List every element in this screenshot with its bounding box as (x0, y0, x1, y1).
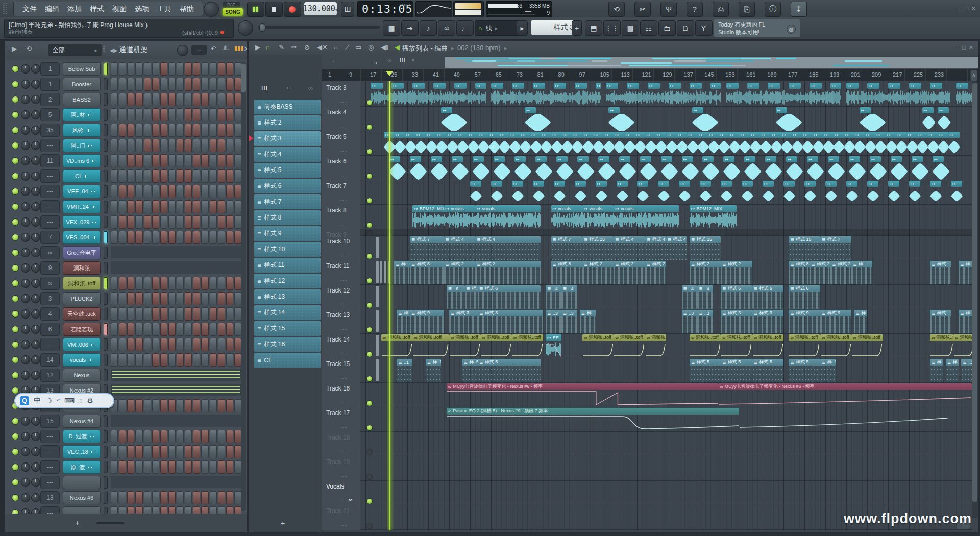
step-button[interactable] (119, 124, 126, 137)
main-volume-knob[interactable] (204, 2, 219, 17)
audio-clip-tab[interactable]: ↦ (655, 132, 667, 138)
menu-item-添加[interactable]: 添加 (64, 3, 85, 16)
step-button[interactable] (160, 353, 167, 367)
pattern-clip-header[interactable]: ≣样式 2 (614, 261, 645, 267)
audio-clip[interactable]: ↦BPM12..MIX. (690, 205, 737, 229)
audio-clip-tab[interactable]: ↦ (627, 83, 639, 89)
impact-audio-clip[interactable]: ↦ (473, 156, 489, 180)
audio-clip-tab[interactable]: ↦ (807, 156, 818, 162)
track-options-dots[interactable]: ··· (340, 523, 347, 528)
step-button[interactable] (185, 62, 192, 76)
ime-punctuation-icon[interactable]: °' (57, 398, 60, 404)
step-button[interactable] (234, 307, 241, 321)
step-button[interactable] (111, 292, 118, 305)
automation-clip-header[interactable]: ∞洞和弦..toff (512, 334, 543, 341)
step-button[interactable] (111, 200, 118, 213)
step-button[interactable] (185, 430, 192, 443)
bpm-display[interactable]: 130.000⇅ (304, 2, 337, 15)
channel-button[interactable]: Nexus #6 (63, 491, 101, 504)
cpu-memory-panel[interactable]: 53 3358 MB 9 (486, 1, 552, 17)
automation-clip[interactable]: ∞洞和弦..toff (582, 334, 614, 358)
step-button[interactable] (218, 399, 225, 412)
track-name[interactable]: Track 7 (326, 182, 347, 189)
audio-clip[interactable]: ↦vocals (551, 205, 582, 229)
pattern-item-17[interactable]: ≣CI (254, 353, 321, 368)
step-button[interactable] (177, 200, 184, 213)
step-button[interactable] (119, 93, 126, 106)
slip-tool-icon[interactable]: ↔ (332, 43, 339, 51)
step-button[interactable] (185, 307, 192, 321)
step-button[interactable] (119, 154, 126, 167)
step-button[interactable] (111, 445, 118, 458)
audio-clip-tab[interactable]: ↦ (792, 132, 803, 138)
mixer-track-number[interactable]: 35 (40, 124, 60, 137)
step-button[interactable] (234, 399, 241, 412)
pattern-item-9[interactable]: ≣样式 9 (254, 226, 321, 241)
step-button[interactable] (152, 338, 159, 351)
channel-button[interactable]: 洞和弦..toff (63, 277, 101, 290)
step-button[interactable] (144, 200, 151, 213)
step-button[interactable] (210, 62, 217, 76)
menu-item-编辑[interactable]: 编辑 (41, 3, 63, 16)
automation-clip[interactable]: ∞MCyy电音旋律电子频变化 - Nexus #6 - 频率 (447, 383, 718, 407)
pattern-clip[interactable]: ≣样式 7 (410, 236, 444, 260)
step-button[interactable] (168, 399, 176, 412)
step-button[interactable] (193, 185, 200, 198)
step-button[interactable] (160, 185, 167, 198)
audio-clip-tab[interactable]: ↦ (710, 83, 721, 89)
mixer-track-number[interactable]: --- (40, 169, 60, 183)
channel-led[interactable] (12, 372, 19, 379)
automation-clip[interactable]: ∞洞和弦..toff (449, 334, 480, 358)
pattern-clip-header[interactable]: ≣样式 7 (551, 236, 582, 243)
pattern-clip-header[interactable]: ≣样式 2 (645, 261, 666, 267)
step-button[interactable] (152, 491, 159, 504)
audio-clip-tab[interactable]: ↦ (514, 156, 526, 162)
pattern-clip-header[interactable]: ≣样式 2 (475, 261, 541, 267)
step-button[interactable] (119, 307, 126, 321)
impact-audio-clip[interactable]: ↦ (608, 107, 634, 131)
impact-audio-clip[interactable]: ↦ (912, 156, 928, 180)
audio-clip-tab[interactable]: ↦ (938, 132, 949, 138)
track-options-dots[interactable]: ··· (340, 198, 347, 203)
pause-button[interactable] (247, 2, 264, 17)
channel-selector[interactable] (104, 293, 108, 305)
audio-clip-tab[interactable]: ↦ (765, 156, 776, 162)
mixer-track-number[interactable]: 6 (40, 323, 60, 336)
mixer-track-number[interactable]: 7 (40, 231, 60, 244)
pattern-clip-header[interactable]: ≣..3 (546, 310, 561, 316)
track-name[interactable]: Track 10 (326, 238, 350, 245)
pattern-clip-header[interactable]: ≣样式 3 (721, 310, 752, 316)
step-button[interactable] (201, 353, 208, 367)
track-name[interactable]: Track 21 (326, 507, 350, 515)
step-button[interactable] (193, 78, 200, 91)
save-as-button[interactable]: ⎘ (739, 2, 755, 17)
step-button[interactable] (119, 139, 126, 152)
picker-add-button[interactable]: + (281, 519, 285, 527)
audio-clip-tab[interactable]: ↦ (729, 132, 740, 138)
step-button[interactable] (111, 215, 118, 229)
step-button[interactable] (193, 491, 200, 504)
channel-button[interactable]: 若隐若现 (63, 323, 101, 336)
channel-led[interactable] (12, 96, 19, 103)
audio-clip-tab[interactable]: ↦ (700, 181, 711, 187)
step-button[interactable] (127, 353, 134, 367)
browser-button[interactable]: 🗀 (658, 20, 676, 36)
step-button[interactable] (168, 460, 176, 474)
audio-clip-tab[interactable]: ↦ (371, 83, 383, 89)
audio-clip-tab[interactable]: ↦ (441, 107, 452, 113)
step-button[interactable] (210, 399, 217, 412)
step-button[interactable] (160, 200, 167, 213)
pattern-clip-header[interactable]: ≣样式 15 (582, 236, 614, 243)
impact-audio-clip[interactable]: ↦ (938, 107, 951, 131)
audio-clip-tab[interactable]: ↦ (786, 156, 797, 162)
step-button[interactable] (177, 277, 184, 290)
step-button[interactable] (111, 93, 118, 106)
track-name[interactable]: Track 19 (326, 458, 350, 466)
mixer-track-number[interactable]: 14 (40, 353, 60, 367)
automation-clip[interactable]: ∞洞和弦..toff (690, 334, 721, 358)
mixer-track-number[interactable]: 11 (40, 154, 60, 167)
step-button[interactable] (234, 154, 241, 167)
step-button[interactable] (111, 185, 118, 198)
audio-clip-tab[interactable]: ↦ (457, 132, 468, 138)
impact-audio-clip[interactable]: ↦ (525, 107, 551, 131)
